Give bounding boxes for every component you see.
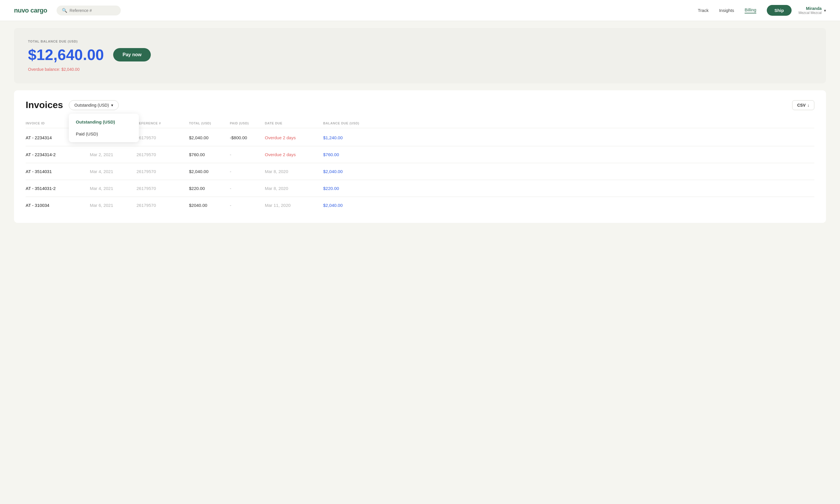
table-row[interactable]: AT - 2234314 26179570 $2,040.00 -$800.00… [26, 129, 814, 146]
th-reference: REFERENCE # [137, 122, 189, 125]
cell-balance[interactable]: $2,040.00 [323, 169, 376, 174]
cell-balance[interactable]: $2,040.00 [323, 203, 376, 208]
cell-paid: - [230, 203, 265, 208]
cell-paid: -$800.00 [230, 135, 265, 140]
th-paid: PAID (USD) [230, 122, 265, 125]
cell-reference: 26179570 [137, 169, 189, 174]
cell-date: Mar 4, 2021 [90, 169, 137, 174]
filter-label: Outstanding (USD) [74, 103, 109, 108]
chevron-down-icon: ▾ [111, 103, 113, 108]
dropdown-item-paid[interactable]: Paid (USD) [69, 128, 139, 140]
cell-date: Mar 4, 2021 [90, 186, 137, 191]
cell-date-due: Mar 8, 2020 [265, 186, 323, 191]
nav-billing[interactable]: Billing [744, 7, 756, 13]
table-row[interactable]: AT - 3514031-2 Mar 4, 2021 26179570 $220… [26, 180, 814, 197]
cell-paid: - [230, 186, 265, 191]
invoices-title: Invoices [26, 100, 63, 110]
invoices-header: Invoices Outstanding (USD) ▾ Outstanding… [26, 100, 814, 110]
table-header: INVOICE ID DATE REFERENCE # TOTAL (USD) … [26, 119, 814, 128]
balance-section: TOTAL BALANCE DUE (USD) $12,640.00 Pay n… [14, 28, 826, 83]
overdue-balance-text: Overdue balance: $2,040.00 [28, 67, 812, 72]
table-row[interactable]: AT - 310034 Mar 6, 2021 26179570 $2040.0… [26, 197, 814, 214]
filter-container: Outstanding (USD) ▾ Outstanding (USD) Pa… [69, 100, 119, 110]
cell-total: $2,040.00 [189, 135, 230, 140]
nav-insights[interactable]: Insights [719, 8, 734, 13]
table-row[interactable]: AT - 3514031 Mar 4, 2021 26179570 $2,040… [26, 163, 814, 180]
balance-label: TOTAL BALANCE DUE (USD) [28, 40, 812, 43]
cell-date-due: Mar 8, 2020 [265, 169, 323, 174]
filter-dropdown: Outstanding (USD) Paid (USD) [69, 114, 139, 142]
filter-button[interactable]: Outstanding (USD) ▾ [69, 100, 119, 110]
download-icon: ↓ [807, 103, 809, 108]
user-section[interactable]: Miranda Mezcal Mezcal ▾ [799, 6, 826, 15]
user-info: Miranda Mezcal Mezcal [799, 6, 822, 15]
balance-amount: $12,640.00 [28, 46, 104, 64]
cell-reference: 26179570 [137, 135, 189, 140]
csv-label: CSV [797, 103, 806, 108]
th-total: TOTAL (USD) [189, 122, 230, 125]
table-body: AT - 2234314 26179570 $2,040.00 -$800.00… [26, 129, 814, 214]
user-name: Miranda [799, 6, 822, 11]
cell-invoice-id: AT - 310034 [26, 203, 90, 208]
th-date-due: DATE DUE [265, 122, 323, 125]
cell-paid: - [230, 169, 265, 174]
chevron-down-icon: ▾ [824, 8, 826, 13]
cell-paid: - [230, 152, 265, 157]
cell-date-due: Overdue 2 days [265, 135, 323, 140]
cell-date: Mar 2, 2021 [90, 152, 137, 157]
cell-date-due: Mar 11, 2020 [265, 203, 323, 208]
nav-track[interactable]: Track [698, 8, 708, 13]
cell-reference: 26179570 [137, 152, 189, 157]
search-input[interactable] [70, 8, 116, 13]
cell-invoice-id: AT - 2234314-2 [26, 152, 90, 157]
logo-text: nuvo cargo [14, 7, 47, 14]
cell-balance[interactable]: $1,240.00 [323, 135, 376, 140]
cell-total: $220.00 [189, 186, 230, 191]
user-company: Mezcal Mezcal [799, 11, 822, 15]
header: nuvo cargo 🔍 Track Insights Billing Ship… [0, 0, 840, 21]
cell-total: $2,040.00 [189, 169, 230, 174]
cell-total: $2040.00 [189, 203, 230, 208]
nav: Track Insights Billing [698, 7, 756, 13]
cell-invoice-id: AT - 3514031 [26, 169, 90, 174]
cell-balance[interactable]: $220.00 [323, 186, 376, 191]
pay-now-button[interactable]: Pay now [113, 48, 151, 61]
cell-total: $760.00 [189, 152, 230, 157]
cell-reference: 26179570 [137, 203, 189, 208]
cell-invoice-id: AT - 3514031-2 [26, 186, 90, 191]
balance-row: $12,640.00 Pay now [28, 46, 812, 64]
csv-button[interactable]: CSV ↓ [792, 100, 814, 110]
invoices-section: Invoices Outstanding (USD) ▾ Outstanding… [14, 90, 826, 223]
cell-date-due: Overdue 2 days [265, 152, 323, 157]
cell-balance[interactable]: $760.00 [323, 152, 376, 157]
ship-button[interactable]: Ship [767, 5, 792, 16]
dropdown-item-outstanding[interactable]: Outstanding (USD) [69, 116, 139, 128]
cell-date: Mar 6, 2021 [90, 203, 137, 208]
th-balance-due: BALANCE DUE (USD) [323, 122, 376, 125]
search-icon: 🔍 [62, 8, 67, 13]
table-row[interactable]: AT - 2234314-2 Mar 2, 2021 26179570 $760… [26, 146, 814, 163]
search-bar[interactable]: 🔍 [56, 5, 121, 15]
cell-reference: 26179570 [137, 186, 189, 191]
logo: nuvo cargo [14, 7, 47, 14]
